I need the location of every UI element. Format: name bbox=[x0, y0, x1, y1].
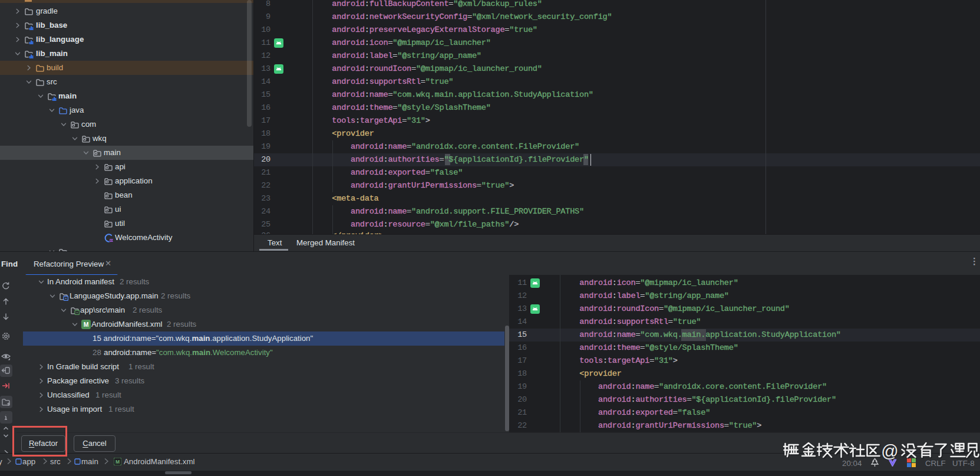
svg-text:@: @ bbox=[881, 442, 898, 461]
svg-text:M: M bbox=[116, 459, 120, 465]
